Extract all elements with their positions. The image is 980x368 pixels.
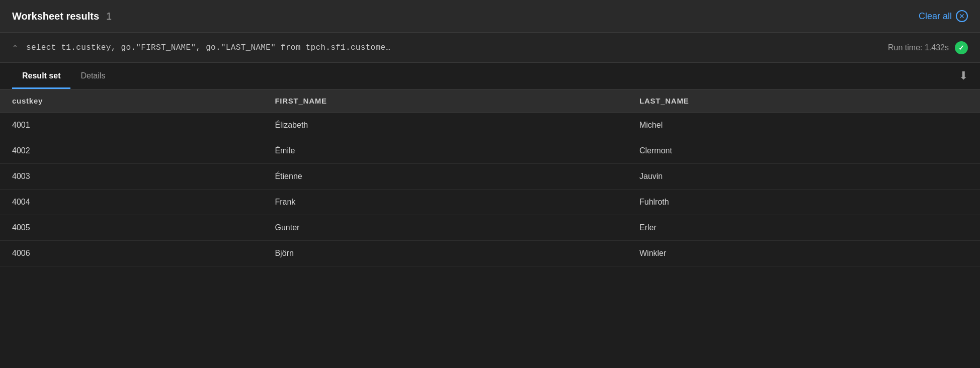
cell-custkey: 4001 xyxy=(0,113,263,138)
table-row: 4002ÉmileClermont xyxy=(0,138,980,164)
query-left: ⌃ select t1.custkey, go."FIRST_NAME", go… xyxy=(12,43,888,52)
col-header-last-name: LAST_NAME xyxy=(627,89,980,113)
clear-all-label: Clear all xyxy=(919,11,952,22)
cell-last-name: Clermont xyxy=(627,138,980,164)
tab-details[interactable]: Details xyxy=(70,64,115,89)
chevron-up-icon[interactable]: ⌃ xyxy=(12,44,18,52)
cell-last-name: Fuhlroth xyxy=(627,190,980,215)
table-row: 4006BjörnWinkler xyxy=(0,241,980,266)
table-row: 4003ÉtienneJauvin xyxy=(0,164,980,190)
success-status-icon: ✓ xyxy=(955,41,968,54)
cell-custkey: 4002 xyxy=(0,138,263,164)
cell-custkey: 4003 xyxy=(0,164,263,190)
header-bar: Worksheet results 1 Clear all ✕ xyxy=(0,0,980,33)
cell-custkey: 4005 xyxy=(0,215,263,241)
cell-last-name: Michel xyxy=(627,113,980,138)
result-count: 1 xyxy=(106,11,112,22)
cell-first-name: Émile xyxy=(263,138,627,164)
header-left: Worksheet results 1 xyxy=(12,11,112,22)
table-row: 4004FrankFuhlroth xyxy=(0,190,980,215)
table-header-row: custkey FIRST_NAME LAST_NAME xyxy=(0,89,980,113)
query-right: Run time: 1.432s ✓ xyxy=(888,41,968,54)
cell-first-name: Étienne xyxy=(263,164,627,190)
cell-last-name: Jauvin xyxy=(627,164,980,190)
table-row: 4001ÉlizabethMichel xyxy=(0,113,980,138)
cell-first-name: Gunter xyxy=(263,215,627,241)
app-container: Worksheet results 1 Clear all ✕ ⌃ select… xyxy=(0,0,980,368)
cell-first-name: Frank xyxy=(263,190,627,215)
cell-last-name: Winkler xyxy=(627,241,980,266)
download-icon[interactable]: ⬇ xyxy=(959,69,968,82)
tabs-bar: Result set Details ⬇ xyxy=(0,63,980,89)
query-bar: ⌃ select t1.custkey, go."FIRST_NAME", go… xyxy=(0,33,980,63)
col-header-first-name: FIRST_NAME xyxy=(263,89,627,113)
close-circle-icon[interactable]: ✕ xyxy=(956,10,968,22)
cell-first-name: Élizabeth xyxy=(263,113,627,138)
query-text: select t1.custkey, go."FIRST_NAME", go."… xyxy=(26,43,390,52)
run-time-label: Run time: 1.432s xyxy=(888,43,949,52)
cell-last-name: Erler xyxy=(627,215,980,241)
cell-custkey: 4006 xyxy=(0,241,263,266)
tab-result-set[interactable]: Result set xyxy=(12,64,70,89)
tabs-left: Result set Details xyxy=(12,63,115,89)
results-table: custkey FIRST_NAME LAST_NAME 4001Élizabe… xyxy=(0,89,980,266)
page-title: Worksheet results xyxy=(12,11,99,22)
table-body: 4001ÉlizabethMichel4002ÉmileClermont4003… xyxy=(0,113,980,266)
clear-all-button[interactable]: Clear all ✕ xyxy=(919,10,968,22)
tabs-right: ⬇ xyxy=(959,69,968,82)
table-container: custkey FIRST_NAME LAST_NAME 4001Élizabe… xyxy=(0,89,980,368)
table-row: 4005GunterErler xyxy=(0,215,980,241)
cell-custkey: 4004 xyxy=(0,190,263,215)
table-header: custkey FIRST_NAME LAST_NAME xyxy=(0,89,980,113)
header-right: Clear all ✕ xyxy=(919,10,968,22)
col-header-custkey: custkey xyxy=(0,89,263,113)
cell-first-name: Björn xyxy=(263,241,627,266)
